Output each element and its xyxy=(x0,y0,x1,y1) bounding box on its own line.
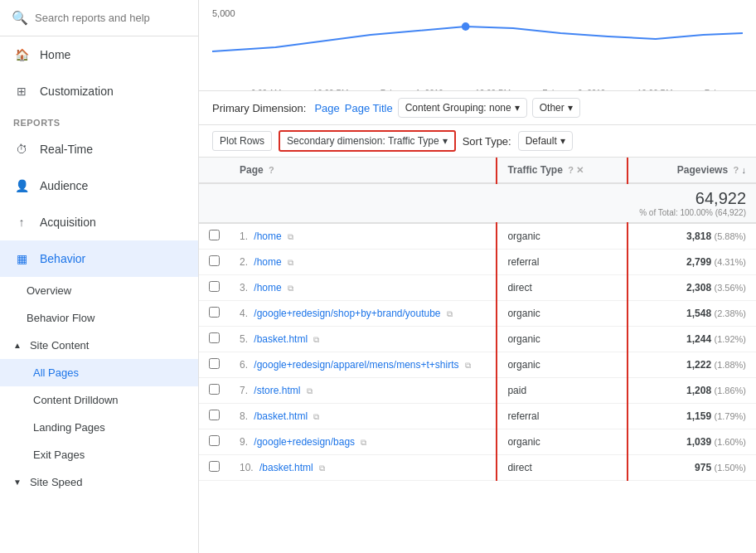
home-icon: 🏠 xyxy=(13,46,30,63)
row-traffic-cell: organic xyxy=(497,223,627,250)
row-page-link[interactable]: /home xyxy=(254,256,281,268)
row-checkbox[interactable] xyxy=(209,461,220,472)
row-checkbox-cell[interactable] xyxy=(199,327,230,352)
row-checkbox-cell[interactable] xyxy=(199,404,230,429)
th-pageviews-label: Pageviews xyxy=(677,164,728,176)
row-checkbox[interactable] xyxy=(209,332,220,343)
row-pageviews-pct: (4.31%) xyxy=(714,257,746,267)
external-link-icon[interactable]: ⧉ xyxy=(313,412,319,421)
row-page-link[interactable]: /basket.html xyxy=(254,410,308,422)
sidebar-item-customization[interactable]: ⊞ Customization xyxy=(0,73,198,109)
row-checkbox[interactable] xyxy=(209,281,220,292)
sidebar-item-site-speed[interactable]: ▼ Site Speed xyxy=(0,468,198,496)
row-page-link[interactable]: /google+redesign/shop+by+brand/youtube xyxy=(254,308,440,319)
x-label-1: 6:00 AM xyxy=(251,89,282,91)
row-checkbox-cell[interactable] xyxy=(199,250,230,275)
row-checkbox[interactable] xyxy=(209,230,220,240)
sidebar-item-exit-pages[interactable]: Exit Pages xyxy=(0,441,198,468)
dim-page-link[interactable]: Page xyxy=(314,102,339,114)
sidebar-item-behavior[interactable]: ▦ Behavior xyxy=(0,240,198,277)
row-traffic-cell: organic xyxy=(497,429,627,455)
row-checkbox-cell[interactable] xyxy=(199,455,230,481)
external-link-icon[interactable]: ⧉ xyxy=(288,232,293,241)
search-input[interactable] xyxy=(35,12,187,24)
row-page-link[interactable]: /home xyxy=(254,230,281,242)
external-link-icon[interactable]: ⧉ xyxy=(465,361,471,370)
sidebar-item-site-content[interactable]: ▲ Site Content xyxy=(0,332,198,359)
sidebar-item-realtime[interactable]: ⏱ Real-Time xyxy=(0,131,198,167)
row-page-link[interactable]: /home xyxy=(254,282,281,293)
external-link-icon[interactable]: ⧉ xyxy=(313,335,319,344)
row-checkbox-cell[interactable] xyxy=(199,352,230,378)
row-num: 9. xyxy=(240,436,248,448)
row-pageviews-pct: (3.56%) xyxy=(714,283,746,293)
sidebar-item-audience-label: Audience xyxy=(40,179,88,192)
row-pageviews-cell: 1,039 (1.60%) xyxy=(628,429,756,455)
row-page-link[interactable]: /google+redesign/bags xyxy=(254,436,355,448)
plot-rows-button[interactable]: Plot Rows xyxy=(212,131,272,151)
row-page-link[interactable]: /basket.html xyxy=(254,333,308,345)
row-pageviews-num: 3,818 xyxy=(686,230,711,242)
external-link-icon[interactable]: ⧉ xyxy=(361,438,366,447)
row-pageviews-num: 1,159 xyxy=(686,410,711,422)
dim-page-title-link[interactable]: Page Title xyxy=(345,102,393,114)
chart-x-labels: ... 6:00 AM 12:00 PM February 1, 2019 12… xyxy=(212,87,743,91)
secondary-dim-dropdown[interactable]: Secondary dimension: Traffic Type ▾ xyxy=(279,130,456,152)
content-grouping-dropdown[interactable]: Content Grouping: none ▾ xyxy=(398,98,527,118)
row-num: 2. xyxy=(240,256,248,268)
sidebar-item-landing-pages[interactable]: Landing Pages xyxy=(0,414,198,441)
row-checkbox-cell[interactable] xyxy=(199,223,230,250)
row-num: 5. xyxy=(240,333,248,345)
sidebar-item-content-drilldown-label: Content Drilldown xyxy=(33,394,119,406)
row-pageviews-num: 1,548 xyxy=(686,308,711,319)
row-checkbox[interactable] xyxy=(209,307,220,318)
page-help-icon[interactable]: ? xyxy=(269,165,274,175)
row-checkbox-cell[interactable] xyxy=(199,429,230,455)
other-dropdown[interactable]: Other ▾ xyxy=(532,98,580,118)
sidebar-item-site-content-label: Site Content xyxy=(30,339,90,352)
sidebar-item-home[interactable]: 🏠 Home xyxy=(0,36,198,73)
external-link-icon[interactable]: ⧉ xyxy=(319,463,325,473)
traffic-help-icon[interactable]: ? xyxy=(568,165,574,175)
row-checkbox[interactable] xyxy=(209,255,220,266)
sort-dropdown[interactable]: Default ▾ xyxy=(518,131,573,151)
table-body: 1. /home ⧉ organic 3,818 (5.88%) 2. /hom… xyxy=(199,223,756,481)
sidebar-item-content-drilldown[interactable]: Content Drilldown xyxy=(0,386,198,414)
totals-label-cell xyxy=(230,183,497,223)
row-num: 4. xyxy=(240,308,248,319)
sidebar-item-overview[interactable]: Overview xyxy=(0,277,198,304)
row-pageviews-cell: 1,159 (1.79%) xyxy=(628,404,756,429)
sort-desc-icon[interactable]: ↓ xyxy=(742,165,747,175)
sidebar-item-all-pages[interactable]: All Pages xyxy=(0,359,198,386)
row-checkbox[interactable] xyxy=(209,410,220,420)
sidebar-item-customization-label: Customization xyxy=(40,85,114,98)
row-page-link[interactable]: /store.html xyxy=(254,385,300,396)
row-pageviews-pct: (1.92%) xyxy=(714,334,746,344)
external-link-icon[interactable]: ⧉ xyxy=(288,284,293,293)
x-label-7: February - xyxy=(705,89,743,91)
external-link-icon[interactable]: ⧉ xyxy=(288,258,293,267)
th-traffic: Traffic Type ? ✕ xyxy=(497,158,627,183)
row-checkbox-cell[interactable] xyxy=(199,275,230,301)
svg-point-0 xyxy=(462,22,470,31)
row-checkbox-cell[interactable] xyxy=(199,301,230,327)
customization-icon: ⊞ xyxy=(13,83,30,99)
row-page-link[interactable]: /basket.html xyxy=(259,462,313,473)
row-num: 3. xyxy=(240,282,248,293)
row-page-link[interactable]: /google+redesign/apparel/mens/mens+t+shi… xyxy=(254,359,458,371)
pageviews-help-icon[interactable]: ? xyxy=(733,165,739,175)
row-checkbox[interactable] xyxy=(209,435,220,446)
row-checkbox[interactable] xyxy=(209,358,220,369)
sidebar-item-behavior-flow[interactable]: Behavior Flow xyxy=(0,304,198,332)
sidebar-item-acquisition[interactable]: ↑ Acquisition xyxy=(0,204,198,240)
data-table: Page ? Traffic Type ? ✕ Pageviews ? ↓ xyxy=(199,158,756,481)
sidebar-item-audience[interactable]: 👤 Audience xyxy=(0,167,198,204)
row-checkbox-cell[interactable] xyxy=(199,378,230,404)
row-checkbox[interactable] xyxy=(209,384,220,395)
traffic-remove-icon[interactable]: ✕ xyxy=(576,165,584,175)
table-row: 6. /google+redesign/apparel/mens/mens+t+… xyxy=(199,352,756,378)
row-num: 7. xyxy=(240,385,248,396)
external-link-icon[interactable]: ⧉ xyxy=(307,386,313,395)
external-link-icon[interactable]: ⧉ xyxy=(447,309,453,318)
search-bar[interactable]: 🔍 xyxy=(0,0,198,36)
